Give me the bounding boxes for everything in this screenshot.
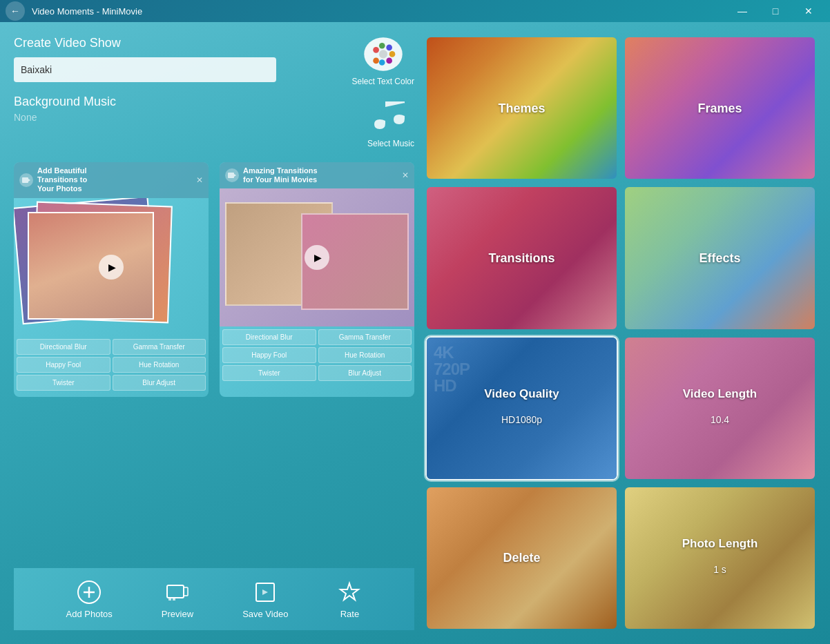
svg-marker-21 <box>262 589 268 595</box>
effect-happy-fool-2[interactable]: Happy Fool <box>222 347 316 363</box>
effect-gamma-transfer-2[interactable]: Gamma Transfer <box>318 329 412 345</box>
card-2-close[interactable]: ✕ <box>402 170 409 180</box>
svg-point-2 <box>379 43 385 49</box>
titlebar-controls: — □ ✕ <box>726 0 824 22</box>
effect-twister-2[interactable]: Twister <box>222 365 316 381</box>
effect-twister-1[interactable]: Twister <box>17 375 110 391</box>
card-2-header: Amazing Transitions for Your Mini Movies… <box>220 162 414 188</box>
effect-gamma-transfer-1[interactable]: Gamma Transfer <box>113 339 206 355</box>
svg-point-4 <box>389 51 395 57</box>
save-video-icon <box>253 580 278 605</box>
grid-card-themes[interactable]: Themes <box>425 36 618 180</box>
svg-point-6 <box>379 59 385 66</box>
effect-hue-rotation-2[interactable]: Hue Rotation <box>318 347 412 363</box>
video-name-input[interactable] <box>14 57 276 82</box>
effect-directional-blur-2[interactable]: Directional Blur <box>222 329 316 345</box>
close-button[interactable]: ✕ <box>793 0 824 22</box>
music-none-label: None <box>14 112 354 123</box>
preview-button[interactable]: Preview <box>162 580 193 619</box>
card-1-image: ▶ <box>14 198 209 336</box>
videolength-sublabel: 10.4 <box>711 414 729 425</box>
svg-point-1 <box>373 47 379 53</box>
svg-point-8 <box>379 50 387 58</box>
preview-svg <box>165 580 190 605</box>
svg-rect-18 <box>168 598 171 601</box>
effect-happy-fool-1[interactable]: Happy Fool <box>17 357 110 373</box>
select-music-button[interactable]: Select Music <box>367 95 414 148</box>
svg-marker-22 <box>340 583 358 600</box>
select-music-section: Select Music <box>367 95 414 148</box>
add-photos-svg <box>77 580 102 605</box>
videoquality-sublabel: HD1080p <box>501 414 542 425</box>
rate-icon <box>337 580 362 605</box>
back-icon: ← <box>10 6 20 17</box>
left-panel: Create Video Show <box>14 36 414 630</box>
card-1-close[interactable]: ✕ <box>196 175 203 185</box>
play-button-1[interactable]: ▶ <box>99 255 124 280</box>
play-icon-1: ▶ <box>108 262 116 273</box>
grid-card-effects[interactable]: Effects <box>624 186 816 330</box>
svg-rect-11 <box>228 173 234 178</box>
bottom-toolbar: Add Photos Preview <box>14 568 414 630</box>
effects-label: Effects <box>699 251 740 265</box>
video-icon-2 <box>227 170 237 180</box>
videoquality-label: Video Quality <box>484 387 559 401</box>
effect-blur-adjust-1[interactable]: Blur Adjust <box>113 375 206 391</box>
effect-blur-adjust-2[interactable]: Blur Adjust <box>318 365 412 381</box>
grid-card-delete[interactable]: Delete <box>425 486 618 630</box>
grid-card-videolength[interactable]: Video Length 10.4 <box>624 336 816 480</box>
card-1-header: Add Beautiful Transitions to Your Photos… <box>14 162 209 198</box>
titlebar-left: ← Video Moments - MiniMovie <box>6 1 142 21</box>
grid-card-frames[interactable]: Frames <box>624 36 816 180</box>
card-1-effects: Directional Blur Gamma Transfer Happy Fo… <box>14 336 209 393</box>
music-left: Background Music None <box>14 95 354 123</box>
rate-label: Rate <box>340 609 359 619</box>
background-music-section: Background Music None Select Music <box>14 95 414 148</box>
create-left: Create Video Show <box>14 36 276 82</box>
video-icon-1 <box>21 175 31 185</box>
preview-label: Preview <box>162 609 193 619</box>
background-music-title: Background Music <box>14 95 354 109</box>
photolength-bg <box>625 487 815 629</box>
add-photos-button[interactable]: Add Photos <box>66 580 113 619</box>
effect-directional-blur-1[interactable]: Directional Blur <box>17 339 110 355</box>
card-2-effects: Directional Blur Gamma Transfer Happy Fo… <box>220 326 414 384</box>
grid-card-photolength[interactable]: Photo Length 1 s <box>624 486 816 630</box>
right-panel: Themes Frames Transitions Effects 4K720P… <box>425 36 816 630</box>
photo-stack-front-1 <box>28 212 154 320</box>
minimize-button[interactable]: — <box>726 0 758 22</box>
rate-button[interactable]: Rate <box>337 580 362 619</box>
svg-rect-16 <box>167 585 184 598</box>
videolength-label: Video Length <box>683 387 757 401</box>
preview-card-1[interactable]: Add Beautiful Transitions to Your Photos… <box>14 162 209 397</box>
save-video-label: Save Video <box>242 609 288 619</box>
delete-label: Delete <box>503 551 540 565</box>
select-text-color-button[interactable]: Select Text Color <box>352 29 415 86</box>
svg-rect-9 <box>22 177 28 183</box>
play-icon-2: ▶ <box>314 252 322 263</box>
preview-card-2[interactable]: Amazing Transitions for Your Mini Movies… <box>220 162 414 397</box>
left-panel-inner: Create Video Show <box>14 36 414 397</box>
play-button-2[interactable]: ▶ <box>305 245 329 270</box>
back-button[interactable]: ← <box>6 1 25 21</box>
preview-cards-container: Add Beautiful Transitions to Your Photos… <box>14 162 414 397</box>
grid-card-transitions[interactable]: Transitions <box>425 186 618 330</box>
effect-hue-rotation-1[interactable]: Hue Rotation <box>113 357 206 373</box>
svg-marker-10 <box>28 179 30 182</box>
add-photos-label: Add Photos <box>66 609 113 619</box>
card-2-title: Amazing Transitions for Your Mini Movies <box>243 166 318 184</box>
card-2-icon <box>225 168 239 182</box>
titlebar: ← Video Moments - MiniMovie — □ ✕ <box>0 0 830 22</box>
maximize-button[interactable]: □ <box>760 0 791 22</box>
create-video-title: Create Video Show <box>14 36 276 50</box>
frames-label: Frames <box>697 101 742 115</box>
videolength-bg <box>625 338 815 479</box>
photolength-label: Photo Length <box>682 537 758 551</box>
svg-rect-19 <box>173 598 175 601</box>
palette-icon <box>359 29 407 74</box>
svg-point-5 <box>386 58 392 64</box>
grid-card-videoquality[interactable]: 4K720PHD Video Quality HD1080p <box>425 336 618 480</box>
save-video-button[interactable]: Save Video <box>242 580 288 619</box>
svg-point-3 <box>386 45 392 51</box>
color-picker-section: Select Text Color <box>352 29 415 86</box>
